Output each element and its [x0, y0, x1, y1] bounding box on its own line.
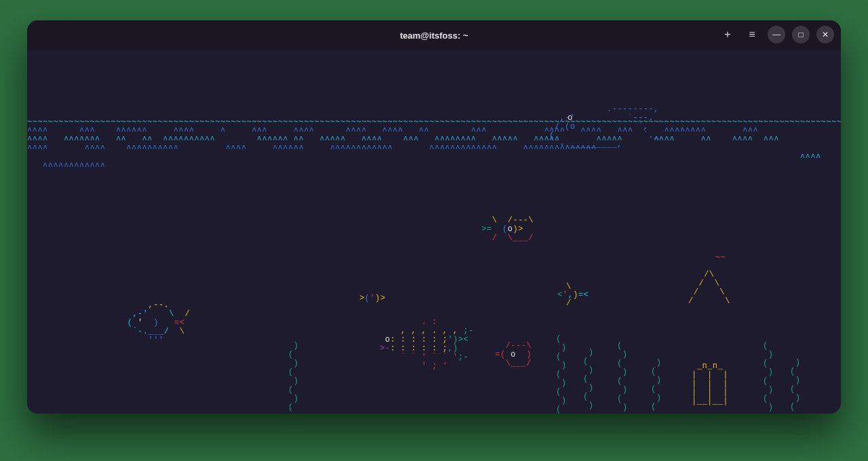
wave-row: ^^^^ [27, 154, 821, 163]
seaweed: ) ( ) ( ) ( ) ( [288, 342, 298, 412]
new-tab-button[interactable]: + [719, 26, 736, 43]
seaweed: ( ) ( ) ( ) ( ) ( [556, 335, 566, 414]
fish-small-reverse: <',)=< [557, 291, 589, 300]
close-button[interactable]: ✕ [816, 26, 834, 43]
fish-small-fin: / [566, 299, 572, 308]
window-controls: + ≡ — □ ✕ [719, 26, 834, 43]
titlebar: team@itsfoss: ~ + ≡ — □ ✕ [27, 20, 841, 50]
fish-detailed: . : , , , . , , ;- o: : : : : ;')>< >-: … [380, 318, 474, 371]
castle-ascii: _n_n_ | | | | | | | | | |__|__| [692, 362, 728, 406]
window-title: team@itsfoss: ~ [400, 31, 468, 41]
water-surface: ~~~~~~~~~~~~~~~~~~~~~~~~~~~~~~~~~~~~~~~~… [27, 118, 841, 127]
menu-button[interactable]: ≡ [743, 26, 761, 43]
minimize-button[interactable]: — [768, 26, 785, 43]
tilde-wiggle: ~~ [715, 254, 726, 262]
seaweed: ) ( ) ( ) ( [790, 359, 800, 412]
peak-ascii: /\ / \ / \ / \ [688, 270, 730, 306]
fish-puffer: \ /---\ >= (o)> / \___/ [481, 216, 539, 243]
terminal-window: team@itsfoss: ~ + ≡ — □ ✕ ~~~~~~~~~~~~~~… [27, 20, 841, 414]
fish-hex: /---\ =( o ) \___/ [495, 342, 532, 368]
whale-eye: o [568, 114, 573, 123]
whale-ascii: .--------, ,-' `---. / (o `, ( `._, `-._… [549, 96, 680, 158]
fish-small: >(')> [359, 294, 386, 303]
wave-row: ^^^^^^^^^^^^ [27, 163, 106, 172]
maximize-button[interactable]: □ [792, 26, 810, 43]
seaweed: ) ( ) ( ) ( ) [583, 348, 593, 410]
seaweed: ( ) ( ) ( ) ( ) [617, 342, 627, 412]
fish-big: ,--. ,-' \ / ( ' ) =< `-.___/ \ ''' [122, 301, 190, 345]
seaweed: ( ) ( ) ( ) ( ) [763, 342, 773, 412]
terminal-content[interactable]: ~~~~~~~~~~~~~~~~~~~~~~~~~~~~~~~~~~~~~~~~… [27, 50, 841, 414]
seaweed: ) ( ) ( ) ( [651, 359, 661, 412]
fish-small-fin: \ [566, 283, 572, 292]
